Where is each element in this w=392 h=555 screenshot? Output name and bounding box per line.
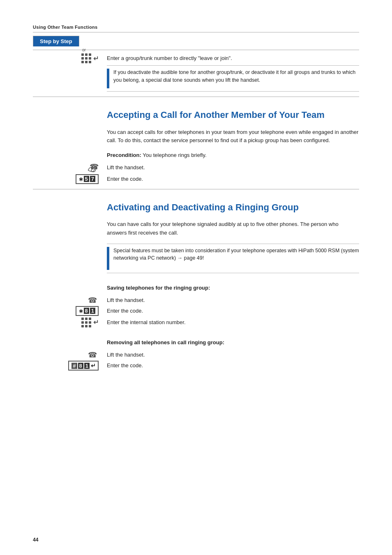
page-number: 44 xyxy=(33,537,38,543)
section-header: Using Other Team Functions xyxy=(33,25,359,32)
section1-body: You can accept calls for other telephone… xyxy=(107,127,359,145)
or-label: or xyxy=(82,48,86,52)
code-box-57: ∗ 5 7 xyxy=(76,174,99,184)
removing-step2: Enter the code. xyxy=(107,361,359,370)
code-box-star81: ∗ 8 1 xyxy=(76,306,99,316)
svg-text:☎: ☎ xyxy=(88,351,97,359)
section1-step1: Lift the handset. xyxy=(107,163,359,172)
svg-text:☎: ☎ xyxy=(88,296,97,304)
section2-body: You can have calls for your telephone si… xyxy=(107,219,359,237)
keypad-icon-2 xyxy=(81,318,92,328)
handset-icon-2: ☎ xyxy=(86,295,99,304)
intro-info-text: If you deactivate the audible tone for a… xyxy=(113,69,359,88)
enter-arrow-icon-2: ↵ xyxy=(93,319,99,326)
enter-arrow-icon: ↵ xyxy=(93,55,99,62)
keypad-icon xyxy=(81,53,92,64)
info-bar2 xyxy=(107,247,109,270)
removing-step1: Lift the handset. xyxy=(107,350,359,359)
svg-text:☎: ☎ xyxy=(90,164,99,171)
saving-step3: Enter the internal station number. xyxy=(107,318,359,327)
handset-icon-3: ☎ xyxy=(86,350,99,359)
section1-step2: Enter the code. xyxy=(107,174,359,183)
step-by-step-label: Step by Step xyxy=(33,36,79,46)
section1-precondition: Precondition: You telephone rings briefl… xyxy=(107,150,359,159)
section2-info-text: Special features must be taken into cons… xyxy=(113,247,359,270)
saving-heading: Saving telephones for the ringing group: xyxy=(107,283,359,292)
handset-icon: ☎ xyxy=(86,164,99,173)
section1-title: Accepting a Call for Another Member of Y… xyxy=(107,109,359,121)
info-bar xyxy=(107,69,109,88)
intro-row1-text: Enter a group/trunk number to directly "… xyxy=(107,53,359,62)
saving-step1: Lift the handset. xyxy=(107,295,359,304)
code-box-hash81: # 8 1 ↵ xyxy=(68,361,99,371)
section2-title: Activating and Deactivating a Ringing Gr… xyxy=(107,202,359,213)
removing-heading: Removing all telephones in call ringing … xyxy=(107,338,359,347)
saving-step2: Enter the code. xyxy=(107,306,359,315)
